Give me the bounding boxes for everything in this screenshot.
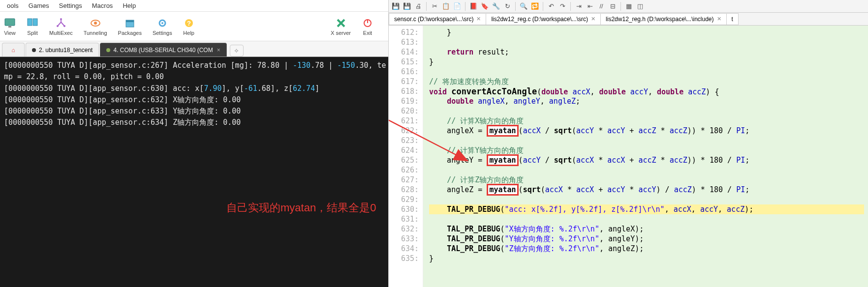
- cut-icon[interactable]: ✂: [430, 1, 439, 11]
- line-number: 613:: [389, 37, 419, 47]
- settings-label: Settings: [153, 30, 172, 36]
- code-line: return result;: [429, 47, 864, 57]
- terminal-output[interactable]: [0000000550 TUYA D][app_sensor.c:267] Ac…: [0, 57, 388, 287]
- multiexec-button[interactable]: MultiExec: [49, 17, 73, 36]
- svg-point-4: [60, 18, 62, 20]
- menu-settings[interactable]: Settings: [54, 1, 87, 10]
- tab-com8[interactable]: 4. COM8 (USB-SERIAL CH340 (COM ×: [100, 43, 226, 57]
- menu-tools[interactable]: ools: [2, 1, 24, 10]
- x-icon: [335, 17, 347, 29]
- ide-toolbar: 💾 💾 🖨 ✂ 📋 📄 📕 🔖 🔧 ↻ 🔍 🔁 ↶ ↷ ⇥ ⇤ // ⊟ ▦ ◫: [389, 0, 868, 13]
- undo-icon[interactable]: ↶: [546, 1, 556, 11]
- outdent-icon[interactable]: ⇤: [585, 1, 595, 11]
- menu-help[interactable]: Help: [118, 1, 141, 10]
- save-icon[interactable]: 💾: [391, 1, 401, 11]
- file-tab-reg-h[interactable]: lis2dw12_reg.h (D:\workspace\...\include…: [600, 13, 726, 25]
- tunneling-button[interactable]: Tunneling: [84, 17, 107, 36]
- grid-icon[interactable]: ▦: [624, 1, 634, 11]
- svg-rect-3: [33, 19, 37, 26]
- exit-button[interactable]: Exit: [362, 17, 373, 36]
- file-tab-label: lis2dw12_reg.h (D:\workspace\...\include…: [606, 16, 713, 23]
- fold-icon[interactable]: ⊟: [608, 1, 618, 11]
- highlighted-call: myatan: [487, 184, 518, 196]
- replace-icon[interactable]: 🔁: [530, 1, 540, 11]
- tab-com8-label: 4. COM8 (USB-SERIAL CH340 (COM: [113, 47, 213, 54]
- tunneling-label: Tunneling: [84, 30, 107, 36]
- close-icon[interactable]: ✕: [717, 16, 721, 22]
- xserver-button[interactable]: X server: [331, 17, 351, 36]
- file-tab-reg-c[interactable]: lis2dw12_reg.c (D:\workspace\...\src) ✕: [486, 13, 601, 25]
- multiexec-label: MultiExec: [49, 30, 73, 36]
- print-icon[interactable]: 🖨: [413, 1, 423, 11]
- help-icon: ?: [183, 17, 195, 29]
- split-button[interactable]: Split: [27, 17, 38, 36]
- tab-ubuntu[interactable]: 2. ubuntu18_tencent: [26, 43, 99, 57]
- file-tab-extra[interactable]: t: [726, 13, 739, 25]
- copy-icon[interactable]: 📋: [441, 1, 451, 11]
- refresh-icon[interactable]: ↻: [502, 1, 512, 11]
- menu-games[interactable]: Games: [24, 1, 54, 10]
- find-icon[interactable]: 🔍: [519, 1, 528, 11]
- gear-icon: [156, 17, 168, 29]
- highlighted-call: myatan: [487, 154, 518, 166]
- tab-bar: ⌂ 2. ubuntu18_tencent 4. COM8 (USB-SERIA…: [0, 41, 388, 57]
- code-line: }: [429, 254, 864, 263]
- svg-point-5: [57, 25, 59, 27]
- svg-rect-10: [126, 20, 134, 22]
- svg-rect-0: [5, 19, 15, 26]
- file-tab-sensor[interactable]: sensor.c (D:\workspace\...\src) ✕: [389, 13, 486, 25]
- settings-button[interactable]: Settings: [153, 17, 172, 36]
- line-number: 623:: [389, 136, 419, 145]
- packages-button[interactable]: Packages: [118, 17, 142, 36]
- line-number: 622:: [389, 126, 419, 136]
- line-number: 620:: [389, 106, 419, 116]
- bookmark-icon[interactable]: 🔖: [480, 1, 490, 11]
- terminal-line: [0000000550 TUYA D][app_sensor.c:267] Ac…: [4, 60, 384, 71]
- book-icon[interactable]: 📕: [468, 1, 478, 11]
- split-label: Split: [27, 30, 37, 36]
- svg-rect-2: [28, 19, 32, 26]
- close-icon[interactable]: ×: [217, 47, 220, 54]
- line-number: 628:: [389, 185, 419, 195]
- paste-icon[interactable]: 📄: [452, 1, 462, 11]
- code-line: TAL_PR_DEBUG("Z轴方向角度: %.2f\r\n", angleZ)…: [429, 244, 864, 254]
- toggle-icon[interactable]: 🔧: [491, 1, 501, 11]
- line-number: 614:: [389, 47, 419, 57]
- line-number: 625:: [389, 155, 419, 165]
- split-icon: [27, 17, 38, 29]
- file-tabs: sensor.c (D:\workspace\...\src) ✕ lis2dw…: [389, 13, 868, 26]
- code-line: angleY = myatan(accY / sqrt(accX * accX …: [429, 155, 864, 165]
- close-icon[interactable]: ✕: [476, 16, 481, 22]
- tux-icon: [32, 48, 36, 52]
- indent-icon[interactable]: ⇥: [574, 1, 584, 11]
- packages-label: Packages: [118, 30, 142, 36]
- tab-home[interactable]: ⌂: [2, 43, 25, 57]
- comment-icon[interactable]: //: [596, 1, 606, 11]
- view-button[interactable]: View: [4, 17, 16, 36]
- help-button[interactable]: ? Help: [183, 17, 195, 36]
- code-line: // 计算Y轴方向的角度: [429, 145, 864, 155]
- code-line: TAL_PR_DEBUG("acc: x[%.2f], y[%.2f], z[%…: [429, 204, 864, 214]
- highlighted-call: myatan: [487, 125, 518, 137]
- code-line: }: [429, 57, 864, 67]
- line-number: 635:: [389, 254, 419, 263]
- line-number: 617:: [389, 77, 419, 86]
- code-line: [429, 37, 864, 47]
- svg-point-8: [94, 22, 97, 25]
- tab-add-button[interactable]: ✧: [230, 45, 244, 57]
- close-icon[interactable]: ✕: [591, 16, 595, 22]
- code-line: // 计算X轴方向的角度: [429, 116, 864, 126]
- menu-macros[interactable]: Macros: [87, 1, 118, 10]
- svg-rect-1: [8, 26, 11, 28]
- window-icon[interactable]: ◫: [635, 1, 645, 11]
- redo-icon[interactable]: ↷: [558, 1, 567, 11]
- code-line: double angleX, angleY, angleZ;: [429, 96, 864, 106]
- code-line: angleX = myatan(accX / sqrt(accY * accY …: [429, 126, 864, 136]
- fork-icon: [55, 17, 67, 29]
- terminal-line: [0000000550 TUYA D][app_sensor.c:634] Z轴…: [4, 117, 384, 128]
- code-line: angleZ = myatan(sqrt(accX * accX + accY …: [429, 185, 864, 195]
- save-all-icon[interactable]: 💾: [402, 1, 412, 11]
- line-number: 629:: [389, 195, 419, 204]
- code-line: [429, 67, 864, 77]
- code-body[interactable]: } return result;} // 将加速度转换为角度void conve…: [423, 26, 868, 287]
